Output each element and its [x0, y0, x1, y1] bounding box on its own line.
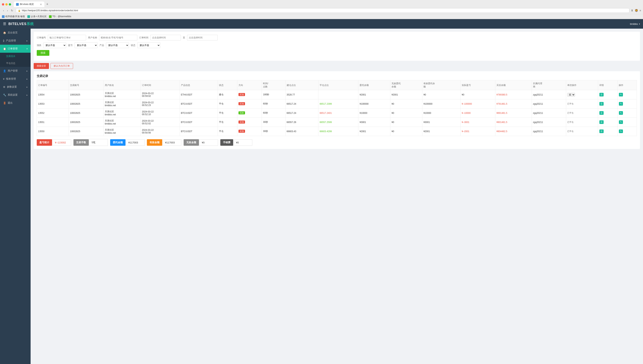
cell-valid-delegate: ¥2001 — [422, 127, 461, 136]
share-icon[interactable]: ⬆ — [631, 9, 633, 12]
username-label[interactable]: timibbs — [630, 22, 638, 26]
cell-order-time: 2024-03-22 00:52:23 — [141, 99, 180, 108]
direction-tag: 买跌 — [239, 111, 245, 114]
th-detail: 详情 — [598, 80, 617, 90]
cell-order-time: 2024-03-22 00:50:56 — [141, 127, 180, 136]
order-no-input[interactable] — [48, 35, 86, 40]
already-closed-label: 已平仓 — [567, 121, 574, 123]
cell-open-price: 3528.77 — [285, 90, 318, 99]
username-input[interactable] — [99, 35, 137, 40]
sidebar-item-logout[interactable]: 🚪 退出 — [0, 99, 31, 107]
product-select[interactable]: 默认不选 — [106, 42, 129, 48]
cell-detail[interactable]: ☰ — [598, 90, 617, 99]
bookmark-1[interactable]: 程序搭建/开发/修复 — [2, 15, 25, 18]
detail-button[interactable]: ☰ — [599, 130, 604, 133]
cell-detail[interactable]: ☰ — [598, 118, 617, 127]
sidebar-item-product[interactable]: ₿ 产品管理 ▸ — [0, 37, 31, 45]
cell-order-no: 13551 — [37, 118, 69, 127]
sidebar-item-user[interactable]: 👤 用户管理 ▸ — [0, 67, 31, 75]
cell-product: BTC/USDT — [180, 108, 218, 118]
cell-control[interactable]: 已平仓 — [566, 127, 598, 136]
action-button[interactable]: ✎ — [619, 130, 623, 133]
rise-fall-label: 涨跌 — [37, 44, 41, 47]
bookmark-3[interactable]: TG：@tianmeibbs — [49, 15, 71, 18]
new-tab-button[interactable]: + — [46, 2, 49, 6]
sidebar-sub-close-log[interactable]: 平仓日志 — [0, 60, 31, 67]
sidebar-sub-trade-flow[interactable]: 交易流水 — [0, 53, 31, 60]
cell-control[interactable]: 已平仓 — [566, 99, 598, 108]
action-bar: 搜索全部 默认为当天订单 — [34, 63, 640, 69]
tab-label: Bit elves 精灵 — [20, 3, 34, 6]
to-label: 至 — [183, 36, 185, 39]
bookmark-2[interactable]: 认准->天美社区 — [27, 15, 47, 18]
order-time-start-input[interactable] — [150, 35, 181, 40]
cell-open-price: 66603.43 — [285, 127, 318, 136]
direction-select[interactable]: 买卖 — [567, 93, 575, 97]
filter-row-3: 搜索 — [37, 50, 637, 56]
cell-detail[interactable]: ☰ — [598, 99, 617, 108]
table-row: 13550 10002825 天美社区 timibbs.net 2024-03-… — [37, 127, 637, 136]
detail-button[interactable]: ☰ — [599, 93, 604, 96]
cell-order-no: 13553 — [37, 99, 69, 108]
cell-after-buy: ¥904482.5 — [495, 127, 532, 136]
sidebar-item-params[interactable]: ⚙ 参数设置 ▸ — [0, 83, 31, 91]
search-button[interactable]: 搜索 — [37, 50, 49, 56]
action-button[interactable]: ✎ — [619, 102, 623, 106]
detail-button[interactable]: ☰ — [599, 120, 604, 124]
tab-close-icon[interactable]: ✕ — [40, 3, 42, 6]
th-agent: 归属代理商 — [532, 80, 566, 90]
brave-icon[interactable]: 🦁 — [635, 9, 638, 12]
status-select[interactable]: 默认不选 — [137, 42, 160, 48]
reload-button[interactable]: ↻ — [10, 8, 14, 12]
cell-action[interactable]: ✎ — [617, 127, 637, 136]
params-icon: ⚙ — [3, 86, 5, 88]
close-button[interactable] — [2, 3, 4, 6]
app-title-prefix: BITELVES — [9, 22, 27, 26]
sidebar: 🏠 后台首页 ₿ 产品管理 ▸ 📋 订单管理 ▾ 交易流水 平仓日志 👤 用户管… — [0, 29, 31, 364]
system-arrow-icon: ▸ — [27, 94, 28, 96]
back-button[interactable]: ‹ — [2, 8, 5, 12]
maximize-button[interactable] — [9, 3, 11, 6]
cell-action[interactable]: ✎ — [617, 90, 637, 99]
url-bar[interactable]: 🔒 https://weipan105.timibbs.vip/admin/or… — [16, 8, 629, 13]
action-button[interactable]: ✎ — [619, 93, 623, 96]
action-button[interactable]: ✎ — [619, 120, 623, 124]
cell-product: ETH/USDT — [180, 90, 218, 99]
cell-after-buy: ¥891481.5 — [495, 108, 532, 118]
cell-control[interactable]: 已平仓 — [566, 108, 598, 118]
profit-loss-select[interactable]: 默认不选 — [75, 42, 98, 48]
action-button[interactable]: ✎ — [619, 111, 623, 115]
cell-invalid-delegate: ¥0 — [390, 108, 422, 118]
table-head: 订单编号 交易账号 用户姓名 订单时间 产品信息 状态 方向 时间/点数 建仓点… — [37, 80, 637, 90]
cell-action[interactable]: ✎ — [617, 99, 637, 108]
cell-delegate: ¥100000 — [358, 99, 390, 108]
rise-fall-select[interactable]: 默认不选 — [43, 42, 66, 48]
app-header-right: timibbs ▾ — [630, 22, 640, 26]
order-time-end-input[interactable] — [187, 35, 218, 40]
user-arrow-icon: ▸ — [27, 70, 28, 72]
sidebar-item-system[interactable]: 🔧 系统设置 ▸ — [0, 91, 31, 99]
cell-action[interactable]: ✎ — [617, 108, 637, 118]
cell-valid-delegate: ¥10000 — [422, 108, 461, 118]
minimize-button[interactable] — [5, 3, 8, 6]
order-no-label: 订单编号 — [37, 36, 46, 39]
cell-delegate: ¥2001 — [358, 127, 390, 136]
cell-control[interactable]: 买卖 — [566, 90, 598, 99]
detail-button[interactable]: ☰ — [599, 102, 604, 106]
sidebar-toggle-icon[interactable]: ☰ — [3, 22, 6, 26]
cell-action[interactable]: ✎ — [617, 118, 637, 127]
sidebar-item-report[interactable]: ¥ 报表管理 ▸ — [0, 75, 31, 83]
today-button[interactable]: 默认为当天订单 — [51, 63, 73, 69]
ssl-icon: 🔒 — [18, 9, 21, 12]
menu-icon[interactable]: ≡ — [639, 9, 641, 12]
search-all-button[interactable]: 搜索全部 — [34, 63, 49, 69]
sidebar-item-order[interactable]: 📋 订单管理 ▾ — [0, 45, 31, 53]
sidebar-item-home[interactable]: 🏠 后台首页 — [0, 29, 31, 37]
detail-button[interactable]: ☰ — [599, 111, 604, 115]
active-tab[interactable]: Bit elves 精灵 ✕ — [14, 2, 44, 7]
cell-detail[interactable]: ☰ — [598, 127, 617, 136]
cell-time-points: 30秒 — [262, 127, 285, 136]
forward-button[interactable]: › — [6, 8, 9, 12]
cell-control[interactable]: 已平仓 — [566, 118, 598, 127]
cell-detail[interactable]: ☰ — [598, 108, 617, 118]
